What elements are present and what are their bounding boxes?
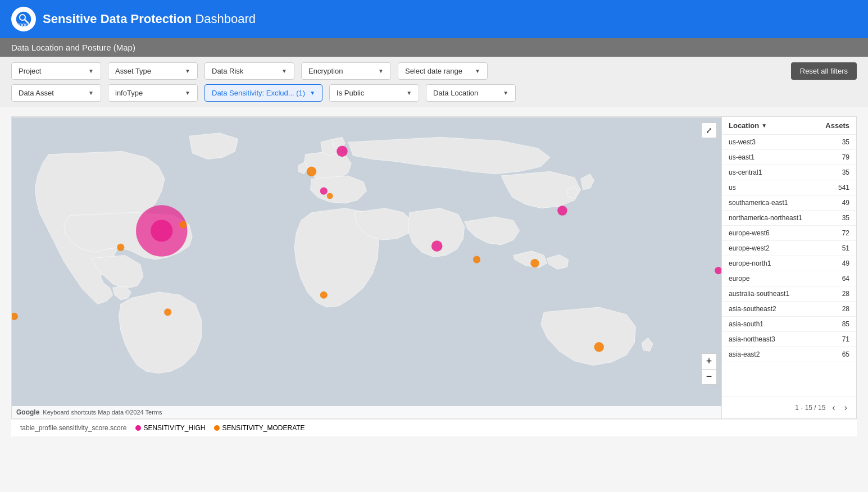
filter-data-risk[interactable]: Data Risk▼ xyxy=(204,62,294,80)
filter-encryption[interactable]: Encryption▼ xyxy=(301,62,391,80)
sub-header-title: Data Location and Posture (Map) xyxy=(11,43,135,52)
world-map[interactable]: ⤢ xyxy=(11,116,722,419)
pagination-prev-button[interactable]: ‹ xyxy=(830,402,837,414)
cell-location: europe xyxy=(729,275,821,283)
svg-point-9 xyxy=(307,167,316,176)
svg-point-14 xyxy=(320,291,328,299)
map-svg xyxy=(12,117,721,418)
main-content: ⤢ xyxy=(0,107,868,445)
cell-assets: 71 xyxy=(821,335,849,343)
cell-location: northamerica-northeast1 xyxy=(729,214,821,222)
cell-assets: 64 xyxy=(821,275,849,283)
cell-location: us-central1 xyxy=(729,168,821,176)
filter-data-sensitivity[interactable]: Data Sensitivity: Exclud... (1)▼ xyxy=(204,84,322,102)
cell-assets: 79 xyxy=(821,153,849,161)
cell-location: asia-south1 xyxy=(729,320,821,328)
cell-assets: 35 xyxy=(821,214,849,222)
svg-point-7 xyxy=(179,221,187,229)
filter-data-location[interactable]: Data Location▼ xyxy=(426,84,516,102)
table-row[interactable]: asia-south1 85 xyxy=(722,317,856,332)
filter-infotype[interactable]: infoType▼ xyxy=(108,84,198,102)
cell-assets: 49 xyxy=(821,199,849,207)
cell-location: us-east1 xyxy=(729,153,821,161)
map-and-table: ⤢ xyxy=(11,116,857,419)
cell-location: us-west3 xyxy=(729,138,821,146)
reset-filters-button[interactable]: Reset all filters xyxy=(791,62,857,80)
google-logo: Google xyxy=(16,408,39,416)
map-zoom-controls: + − xyxy=(701,353,717,385)
app-logo: TOOLS xyxy=(11,7,36,31)
location-table: Location ▼ Assets us-west3 35us-east1 79… xyxy=(722,116,857,419)
zoom-out-button[interactable]: − xyxy=(701,369,717,385)
filter-asset-type[interactable]: Asset Type▼ xyxy=(108,62,198,80)
svg-point-13 xyxy=(164,308,171,316)
table-row[interactable]: asia-northeast3 71 xyxy=(722,332,856,347)
cell-location: europe-west2 xyxy=(729,244,821,252)
map-legend: table_profile.sensitivity_score.score SE… xyxy=(11,419,857,436)
cell-assets: 28 xyxy=(821,290,849,298)
svg-point-6 xyxy=(151,220,172,242)
cell-assets: 35 xyxy=(821,138,849,146)
filter-project[interactable]: Project▼ xyxy=(11,62,101,80)
table-row[interactable]: us-central1 35 xyxy=(722,165,856,180)
cell-assets: 35 xyxy=(821,168,849,176)
svg-point-16 xyxy=(473,256,480,263)
svg-point-10 xyxy=(337,146,348,157)
cell-assets: 85 xyxy=(821,320,849,328)
pagination-label: 1 - 15 / 15 xyxy=(795,404,825,412)
map-footer-text: Keyboard shortcuts Map data ©2024 Terms xyxy=(43,409,162,416)
filter-date-range[interactable]: Select date range▼ xyxy=(398,62,488,80)
svg-point-18 xyxy=(530,259,539,267)
table-row[interactable]: europe-west6 72 xyxy=(722,226,856,241)
table-row[interactable]: asia-southeast2 28 xyxy=(722,302,856,317)
legend-item-moderate: SENSITIVITY_MODERATE xyxy=(214,424,305,432)
legend-dot-moderate xyxy=(214,425,220,431)
svg-point-15 xyxy=(431,240,443,252)
cell-location: australia-southeast1 xyxy=(729,290,821,298)
table-row[interactable]: us-west3 35 xyxy=(722,135,856,150)
filter-row-2: Data Asset▼ infoType▼ Data Sensitivity: … xyxy=(11,84,857,102)
table-row[interactable]: asia-east2 65 xyxy=(722,347,856,362)
cell-assets: 65 xyxy=(821,350,849,358)
table-row[interactable]: southamerica-east1 49 xyxy=(722,195,856,211)
filter-data-asset[interactable]: Data Asset▼ xyxy=(11,84,101,102)
cell-location: southamerica-east1 xyxy=(729,199,821,207)
zoom-in-button[interactable]: + xyxy=(701,353,717,369)
cell-location: europe-west6 xyxy=(729,229,821,237)
pagination-next-button[interactable]: › xyxy=(842,402,849,414)
filter-is-public[interactable]: Is Public▼ xyxy=(329,84,419,102)
sub-header: Data Location and Posture (Map) xyxy=(0,38,868,57)
filter-row-1: Project▼ Asset Type▼ Data Risk▼ Encrypti… xyxy=(11,62,857,80)
svg-point-11 xyxy=(320,188,328,195)
table-pagination: 1 - 15 / 15 ‹ › xyxy=(722,397,856,418)
table-row[interactable]: europe-north1 49 xyxy=(722,256,856,271)
svg-point-17 xyxy=(557,206,567,215)
table-row[interactable]: northamerica-northeast1 35 xyxy=(722,211,856,226)
table-row[interactable]: us 541 xyxy=(722,180,856,195)
app-header: TOOLS Sensitive Data Protection Dashboar… xyxy=(0,0,868,38)
table-rows: us-west3 35us-east1 79us-central1 35us 5… xyxy=(722,135,856,397)
svg-point-12 xyxy=(327,193,333,199)
table-row[interactable]: us-east1 79 xyxy=(722,150,856,165)
cell-location: asia-east2 xyxy=(729,350,821,358)
cell-location: asia-southeast2 xyxy=(729,305,821,313)
cell-assets: 28 xyxy=(821,305,849,313)
svg-point-8 xyxy=(117,244,124,251)
cell-assets: 49 xyxy=(821,259,849,267)
table-header: Location ▼ Assets xyxy=(722,117,856,135)
svg-point-19 xyxy=(594,342,604,352)
map-expand-button[interactable]: ⤢ xyxy=(701,122,717,138)
table-row[interactable]: europe 64 xyxy=(722,271,856,286)
cell-location: us xyxy=(729,184,821,192)
cell-location: asia-northeast3 xyxy=(729,335,821,343)
legend-label-high: SENSITIVITY_HIGH xyxy=(143,424,205,432)
table-row[interactable]: australia-southeast1 28 xyxy=(722,286,856,302)
column-location[interactable]: Location ▼ xyxy=(729,121,821,130)
map-footer: Google Keyboard shortcuts Map data ©2024… xyxy=(12,406,721,418)
cell-assets: 72 xyxy=(821,229,849,237)
cell-assets: 541 xyxy=(821,184,849,192)
legend-dot-high xyxy=(135,425,141,431)
table-row[interactable]: europe-west2 51 xyxy=(722,241,856,256)
filter-bar: Project▼ Asset Type▼ Data Risk▼ Encrypti… xyxy=(0,57,868,107)
expand-icon: ⤢ xyxy=(706,126,712,135)
